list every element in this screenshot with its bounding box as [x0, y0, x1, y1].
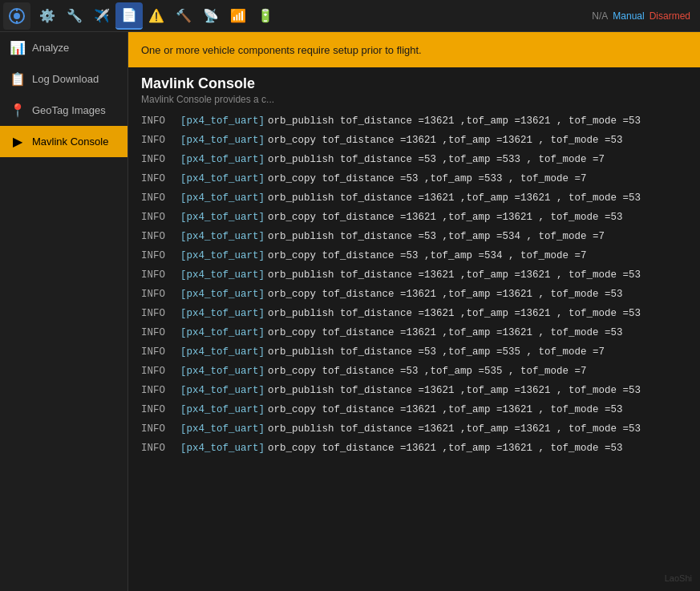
log-message: orb_copy tof_distance =53 ,tof_amp =533 …	[268, 171, 587, 187]
log-row: INFO[px4_tof_uart] orb_publish tof_dista…	[128, 150, 700, 169]
warning-banner: One or more vehicle components require s…	[128, 32, 700, 67]
log-level: INFO	[141, 286, 177, 302]
log-source: [px4_tof_uart]	[180, 152, 265, 168]
sidebar-item-mavlink-console[interactable]: ▶ Mavlink Console	[0, 126, 127, 157]
signal-icon[interactable]: 📶	[225, 2, 252, 30]
log-row: INFO[px4_tof_uart] orb_copy tof_distance…	[128, 208, 700, 227]
log-level: INFO	[141, 229, 177, 245]
console-subtitle: Mavlink Console provides a c...	[141, 94, 687, 105]
log-level: INFO	[141, 132, 177, 148]
log-row: INFO[px4_tof_uart] orb_publish tof_dista…	[128, 111, 700, 131]
status-disarmed: Disarmed	[649, 10, 690, 22]
sidebar-label-geotag: GeoTag Images	[32, 104, 106, 116]
log-row: INFO[px4_tof_uart] orb_publish tof_dista…	[128, 381, 700, 400]
log-row: INFO[px4_tof_uart] orb_publish tof_dista…	[128, 342, 700, 362]
app-logo[interactable]	[3, 2, 30, 30]
log-message: orb_copy tof_distance =53 ,tof_amp =534 …	[268, 248, 587, 264]
log-level: INFO	[141, 152, 177, 168]
log-level: INFO	[141, 209, 177, 225]
log-row: INFO[px4_tof_uart] orb_publish tof_dista…	[128, 419, 700, 439]
log-level: INFO	[141, 402, 177, 418]
log-source: [px4_tof_uart]	[180, 209, 265, 225]
content-area: One or more vehicle components require s…	[128, 32, 700, 591]
log-row: INFO[px4_tof_uart] orb_copy tof_distance…	[128, 246, 700, 265]
console-title: Mavlink Console	[141, 75, 687, 92]
log-source: [px4_tof_uart]	[180, 421, 265, 437]
tools-icon[interactable]: 🔨	[170, 2, 197, 30]
log-row: INFO[px4_tof_uart] orb_copy tof_distance…	[128, 439, 700, 458]
sidebar: 📊 Analyze 📋 Log Download 📍 GeoTag Images…	[0, 32, 128, 591]
log-row: INFO[px4_tof_uart] orb_copy tof_distance…	[128, 323, 700, 342]
nav-status-bar: N/A Manual Disarmed	[592, 10, 697, 22]
log-source: [px4_tof_uart]	[180, 325, 265, 341]
log-message: orb_publish tof_distance =13621 ,tof_amp…	[268, 421, 641, 437]
log-level: INFO	[141, 190, 177, 206]
log-level: INFO	[141, 267, 177, 283]
plan-icon[interactable]: ✈️	[88, 2, 115, 30]
log-level: INFO	[141, 325, 177, 341]
log-source: [px4_tof_uart]	[180, 248, 265, 264]
log-message: orb_copy tof_distance =13621 ,tof_amp =1…	[268, 286, 623, 302]
log-message: orb_copy tof_distance =53 ,tof_amp =535 …	[268, 363, 587, 379]
sidebar-item-geotag[interactable]: 📍 GeoTag Images	[0, 95, 127, 126]
log-level: INFO	[141, 344, 177, 360]
log-source: [px4_tof_uart]	[180, 402, 265, 418]
log-level: INFO	[141, 113, 177, 129]
analyze-icon[interactable]: 📄	[115, 2, 143, 30]
log-message: orb_copy tof_distance =13621 ,tof_amp =1…	[268, 325, 623, 341]
sidebar-label-analyze: Analyze	[32, 42, 69, 54]
log-download-icon: 📋	[10, 71, 26, 87]
log-source: [px4_tof_uart]	[180, 113, 265, 129]
log-message: orb_publish tof_distance =13621 ,tof_amp…	[268, 383, 641, 399]
status-manual: Manual	[613, 10, 644, 22]
sidebar-label-mavlink-console: Mavlink Console	[32, 136, 108, 148]
log-message: orb_copy tof_distance =13621 ,tof_amp =1…	[268, 440, 623, 456]
log-output[interactable]: INFO[px4_tof_uart] orb_publish tof_dista…	[128, 108, 700, 591]
log-row: INFO[px4_tof_uart] orb_publish tof_dista…	[128, 188, 700, 208]
vehicle-setup-icon[interactable]: 🔧	[61, 2, 88, 30]
settings-icon[interactable]: ⚙️	[34, 2, 61, 30]
geotag-icon: 📍	[10, 103, 26, 118]
log-message: orb_copy tof_distance =13621 ,tof_amp =1…	[268, 132, 623, 148]
log-source: [px4_tof_uart]	[180, 229, 265, 245]
log-message: orb_publish tof_distance =53 ,tof_amp =5…	[268, 229, 605, 245]
sidebar-label-log-download: Log Download	[32, 73, 99, 85]
log-message: orb_publish tof_distance =13621 ,tof_amp…	[268, 113, 641, 129]
log-row: INFO[px4_tof_uart] orb_publish tof_dista…	[128, 227, 700, 246]
log-row: INFO[px4_tof_uart] orb_copy tof_distance…	[128, 285, 700, 304]
log-source: [px4_tof_uart]	[180, 267, 265, 283]
log-source: [px4_tof_uart]	[180, 286, 265, 302]
component-icon[interactable]: 📡	[197, 2, 225, 30]
sidebar-item-analyze[interactable]: 📊 Analyze	[0, 32, 127, 63]
log-row: INFO[px4_tof_uart] orb_copy tof_distance…	[128, 169, 700, 188]
log-source: [px4_tof_uart]	[180, 190, 265, 206]
log-source: [px4_tof_uart]	[180, 383, 265, 399]
log-row: INFO[px4_tof_uart] orb_copy tof_distance…	[128, 131, 700, 150]
main-layout: 📊 Analyze 📋 Log Download 📍 GeoTag Images…	[0, 32, 700, 591]
log-level: INFO	[141, 248, 177, 264]
status-na: N/A	[592, 10, 608, 22]
log-message: orb_publish tof_distance =13621 ,tof_amp…	[268, 306, 641, 322]
svg-point-1	[14, 13, 20, 19]
log-source: [px4_tof_uart]	[180, 171, 265, 187]
log-level: INFO	[141, 171, 177, 187]
log-message: orb_publish tof_distance =53 ,tof_amp =5…	[268, 152, 605, 168]
log-source: [px4_tof_uart]	[180, 344, 265, 360]
log-level: INFO	[141, 440, 177, 456]
log-source: [px4_tof_uart]	[180, 440, 265, 456]
top-nav: ⚙️ 🔧 ✈️ 📄 ⚠️ 🔨 📡 📶 🔋 N/A Manual Disarmed	[0, 0, 700, 32]
log-level: INFO	[141, 383, 177, 399]
log-source: [px4_tof_uart]	[180, 363, 265, 379]
log-level: INFO	[141, 306, 177, 322]
console-header: Mavlink Console Mavlink Console provides…	[128, 67, 700, 108]
log-message: orb_publish tof_distance =13621 ,tof_amp…	[268, 267, 641, 283]
warning-icon[interactable]: ⚠️	[143, 2, 170, 30]
log-row: INFO[px4_tof_uart] orb_publish tof_dista…	[128, 265, 700, 285]
log-row: INFO[px4_tof_uart] orb_publish tof_dista…	[128, 304, 700, 323]
battery-icon[interactable]: 🔋	[252, 2, 279, 30]
log-level: INFO	[141, 363, 177, 379]
log-message: orb_publish tof_distance =53 ,tof_amp =5…	[268, 344, 605, 360]
analyze-sidebar-icon: 📊	[10, 40, 26, 55]
log-level: INFO	[141, 421, 177, 437]
sidebar-item-log-download[interactable]: 📋 Log Download	[0, 63, 127, 95]
